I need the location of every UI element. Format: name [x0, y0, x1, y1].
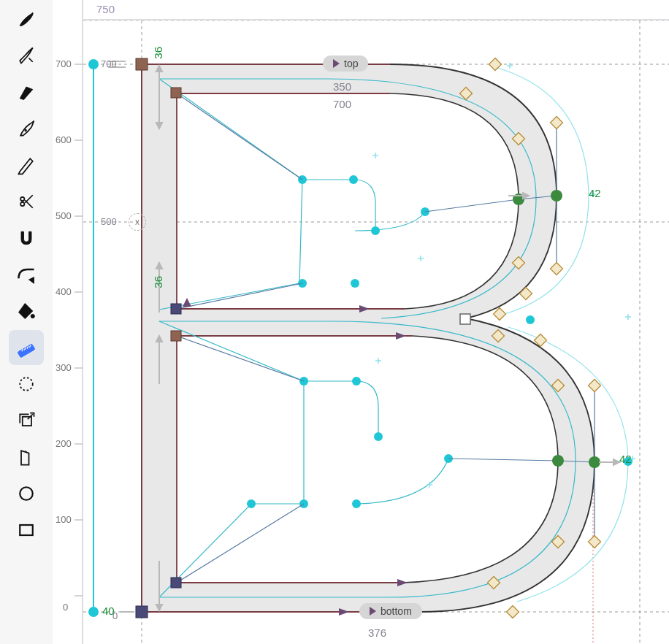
vertical-ruler: 700 600 500 400 300 200 100 0: [53, 0, 83, 644]
svg-point-42: [352, 499, 361, 508]
cut-tool[interactable]: [9, 38, 44, 73]
knife-tool[interactable]: [9, 440, 44, 475]
guide-label-700: 700: [101, 58, 117, 69]
brush-tool[interactable]: [9, 1, 44, 37]
top-value-1: 350: [333, 80, 351, 93]
svg-point-11: [20, 487, 33, 500]
select-ring-tool[interactable]: [9, 367, 44, 402]
svg-line-50: [177, 336, 304, 381]
svg-point-34: [349, 175, 358, 184]
nib-tool[interactable]: [9, 111, 44, 146]
corner-tool[interactable]: [9, 257, 44, 292]
svg-point-46: [526, 315, 535, 324]
svg-rect-61: [171, 304, 181, 314]
ruler-tick: 500: [56, 210, 72, 221]
objects-tool[interactable]: [9, 403, 44, 438]
ruler-tick: 300: [56, 362, 72, 373]
glyph-canvas[interactable]: 700 500 0 x top 350 700 bottom 376 40 36…: [83, 20, 669, 644]
scissors-tool[interactable]: [9, 184, 44, 219]
svg-rect-4: [18, 344, 35, 358]
measure-tool[interactable]: [9, 330, 44, 365]
top-value-2: 700: [333, 98, 351, 110]
svg-point-83: [589, 456, 600, 468]
svg-rect-10: [23, 417, 31, 426]
stem-36b: 36: [152, 276, 164, 288]
x-height-marker[interactable]: x: [129, 213, 146, 231]
rect-tool[interactable]: [9, 513, 44, 548]
direction-markers: [183, 61, 408, 616]
svg-rect-66: [551, 117, 563, 129]
svg-marker-88: [183, 298, 191, 307]
ruler-tick: 200: [56, 438, 72, 449]
svg-line-51: [177, 504, 304, 583]
svg-point-31: [89, 60, 98, 69]
svg-point-9: [20, 377, 33, 391]
glyph-fill: [142, 64, 595, 612]
svg-rect-58: [136, 58, 148, 70]
stem-42a: 42: [589, 187, 601, 199]
svg-rect-60: [171, 331, 181, 341]
svg-point-81: [551, 190, 562, 202]
svg-point-36: [351, 279, 359, 288]
metric-lines: [89, 60, 98, 616]
guide-label-500: 500: [101, 216, 117, 227]
svg-rect-62: [171, 578, 181, 588]
svg-line-48: [177, 93, 302, 180]
toolbar: [0, 0, 53, 644]
bottom-value: 376: [368, 626, 386, 639]
svg-rect-12: [20, 525, 33, 535]
stem-42b: 42: [619, 453, 632, 465]
svg-point-37: [371, 226, 380, 235]
svg-rect-63: [136, 606, 148, 618]
ruler-tick: 400: [56, 286, 72, 297]
svg-point-3: [31, 314, 34, 318]
svg-line-52: [425, 199, 519, 212]
svg-line-49: [177, 283, 302, 309]
stem-36a: 36: [152, 47, 164, 59]
paint-bucket-tool[interactable]: [9, 294, 44, 329]
circle-tool[interactable]: [9, 476, 44, 511]
svg-rect-70: [494, 308, 506, 321]
svg-rect-59: [171, 88, 181, 98]
ruler-tick: 0: [63, 602, 68, 613]
ruler-tick: 100: [56, 514, 72, 525]
horizontal-ruler: 750: [83, 0, 669, 20]
svg-point-2: [20, 197, 24, 201]
svg-point-82: [552, 455, 564, 467]
overshoot-40: 40: [102, 605, 115, 617]
svg-point-1: [20, 202, 24, 206]
svg-point-0: [25, 129, 27, 131]
svg-point-44: [374, 432, 383, 441]
svg-marker-103: [613, 459, 619, 465]
svg-rect-76: [589, 536, 601, 548]
zone-badge-top[interactable]: top: [323, 55, 368, 72]
pencil-tool[interactable]: [9, 147, 44, 183]
svg-point-43: [247, 499, 256, 508]
ruler-tick: 600: [56, 134, 72, 145]
open-node[interactable]: [460, 314, 470, 324]
svg-rect-69: [551, 263, 563, 275]
svg-point-32: [89, 607, 98, 616]
svg-point-40: [352, 377, 361, 386]
pen-tool[interactable]: [9, 74, 44, 110]
zone-badge-bottom[interactable]: bottom: [359, 603, 422, 619]
magnet-tool[interactable]: [9, 221, 44, 256]
ruler-tick: 700: [56, 58, 72, 69]
ruler-h-label: 750: [96, 3, 115, 15]
svg-line-54: [448, 459, 558, 461]
svg-rect-78: [507, 606, 519, 618]
